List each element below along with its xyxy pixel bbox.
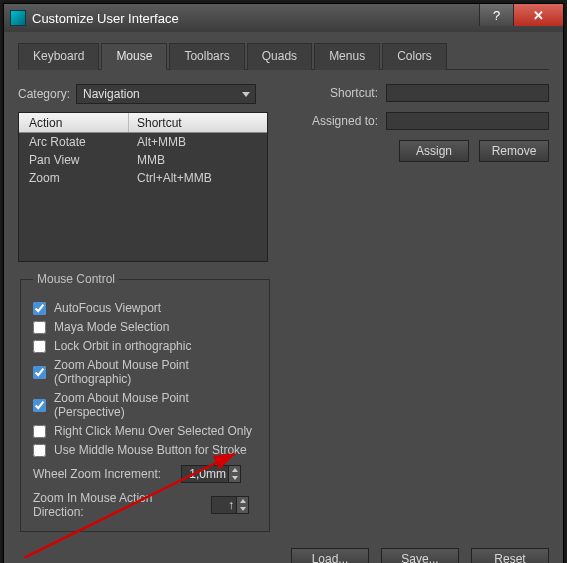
category-value: Navigation <box>83 87 140 101</box>
close-button[interactable]: ✕ <box>513 4 563 26</box>
checkbox-0[interactable]: AutoFocus Viewport <box>33 301 257 315</box>
checkbox-input[interactable] <box>33 366 46 379</box>
checkbox-label: Use Middle Mouse Button for Stroke <box>54 443 247 457</box>
checkbox-input[interactable] <box>33 302 46 315</box>
save-button[interactable]: Save... <box>381 548 459 563</box>
table-row[interactable]: Pan ViewMMB <box>19 151 267 169</box>
checkbox-label: Zoom About Mouse Point (Perspective) <box>54 391 257 419</box>
spin-up-icon[interactable] <box>236 497 248 505</box>
help-button[interactable]: ? <box>479 4 513 26</box>
tab-keyboard[interactable]: Keyboard <box>18 43 99 70</box>
assigned-label: Assigned to: <box>298 114 378 128</box>
category-dropdown[interactable]: Navigation <box>76 84 256 104</box>
reset-button[interactable]: Reset <box>471 548 549 563</box>
tab-colors[interactable]: Colors <box>382 43 447 70</box>
wheel-zoom-label: Wheel Zoom Increment: <box>33 467 173 481</box>
assign-button[interactable]: Assign <box>399 140 469 162</box>
checkbox-5[interactable]: Right Click Menu Over Selected Only <box>33 424 257 438</box>
app-icon <box>10 10 26 26</box>
zoom-dir-label: Zoom In Mouse Action Direction: <box>33 491 203 519</box>
load-button[interactable]: Load... <box>291 548 369 563</box>
mouse-control-legend: Mouse Control <box>33 272 119 286</box>
tab-menus[interactable]: Menus <box>314 43 380 70</box>
checkbox-input[interactable] <box>33 340 46 353</box>
spin-down-icon[interactable] <box>228 474 240 482</box>
checkbox-input[interactable] <box>33 425 46 438</box>
checkbox-4[interactable]: Zoom About Mouse Point (Perspective) <box>33 391 257 419</box>
checkbox-label: Right Click Menu Over Selected Only <box>54 424 252 438</box>
mouse-control-group: Mouse Control AutoFocus ViewportMaya Mod… <box>20 272 270 532</box>
shortcut-label: Shortcut: <box>298 86 378 100</box>
zoom-dir-input[interactable]: ↑ <box>211 496 249 514</box>
checkbox-label: Lock Orbit in orthographic <box>54 339 191 353</box>
remove-button[interactable]: Remove <box>479 140 549 162</box>
col-action[interactable]: Action <box>19 113 129 132</box>
tab-toolbars[interactable]: Toolbars <box>169 43 244 70</box>
checkbox-input[interactable] <box>33 399 46 412</box>
spin-up-icon[interactable] <box>228 466 240 474</box>
assigned-input[interactable] <box>386 112 549 130</box>
checkbox-1[interactable]: Maya Mode Selection <box>33 320 257 334</box>
checkbox-3[interactable]: Zoom About Mouse Point (Orthographic) <box>33 358 257 386</box>
table-row[interactable]: ZoomCtrl+Alt+MMB <box>19 169 267 187</box>
tab-quads[interactable]: Quads <box>247 43 312 70</box>
shortcut-input[interactable] <box>386 84 549 102</box>
checkbox-6[interactable]: Use Middle Mouse Button for Stroke <box>33 443 257 457</box>
checkbox-2[interactable]: Lock Orbit in orthographic <box>33 339 257 353</box>
wheel-zoom-input[interactable]: 1,0mm <box>181 465 241 483</box>
checkbox-label: AutoFocus Viewport <box>54 301 161 315</box>
col-shortcut[interactable]: Shortcut <box>129 113 267 132</box>
category-label: Category: <box>18 87 70 101</box>
checkbox-label: Maya Mode Selection <box>54 320 169 334</box>
tab-strip: KeyboardMouseToolbarsQuadsMenusColors <box>18 42 549 70</box>
spin-down-icon[interactable] <box>236 505 248 513</box>
window-title: Customize User Interface <box>32 11 179 26</box>
titlebar[interactable]: Customize User Interface ? ✕ <box>4 4 563 32</box>
tab-mouse[interactable]: Mouse <box>101 43 167 70</box>
action-list[interactable]: Action Shortcut Arc RotateAlt+MMBPan Vie… <box>18 112 268 262</box>
checkbox-input[interactable] <box>33 321 46 334</box>
table-row[interactable]: Arc RotateAlt+MMB <box>19 133 267 151</box>
checkbox-input[interactable] <box>33 444 46 457</box>
checkbox-label: Zoom About Mouse Point (Orthographic) <box>54 358 257 386</box>
